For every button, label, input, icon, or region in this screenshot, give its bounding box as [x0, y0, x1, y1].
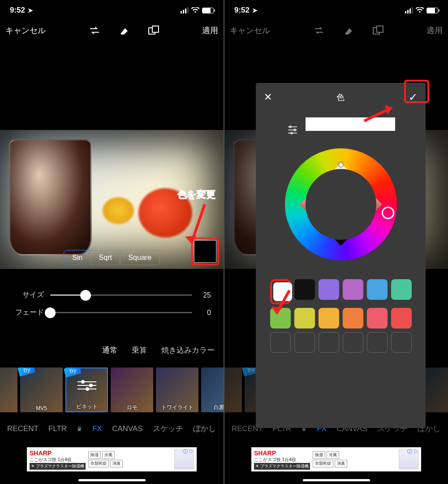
size-value: 25 [198, 291, 211, 299]
color-swatch[interactable] [319, 308, 339, 328]
blend-multiply[interactable]: 乗算 [132, 345, 147, 355]
cat-recent[interactable]: RECENT [7, 424, 39, 433]
cat-blur[interactable]: ぼかし [193, 424, 216, 434]
color-swatch-empty[interactable] [270, 332, 291, 353]
status-bar: 9:52 ➤ [0, 0, 224, 21]
filter-thumb[interactable]: 白黒 ク [201, 367, 224, 412]
color-swatch-empty[interactable] [319, 332, 339, 353]
annotation-frame-confirm [404, 80, 429, 103]
color-swatch[interactable] [343, 308, 363, 328]
filter-thumb[interactable]: TryMV5 [20, 367, 63, 412]
cancel-button[interactable]: キャンセル [230, 25, 270, 36]
nav-bar: キャンセル 適用 [0, 21, 224, 40]
color-swatch[interactable] [367, 308, 388, 328]
filter-thumb[interactable]: ロモ [111, 367, 153, 412]
crown-icon: ♛ [77, 425, 82, 432]
try-badge: Try [64, 367, 82, 377]
color-swatch[interactable] [319, 279, 339, 300]
shape-square[interactable]: Square [120, 250, 160, 265]
screen-right: 9:52 ➤ キャンセル 適用 Try Try RECENTFLTR ♛ FX … [224, 0, 448, 484]
hue-knob[interactable] [382, 207, 394, 219]
annotation-text: 色を変更 [177, 188, 215, 201]
color-swatch[interactable] [294, 308, 315, 328]
cell-signal-icon [181, 7, 189, 13]
cat-fltr[interactable]: FLTR [48, 424, 67, 433]
location-icon: ➤ [252, 7, 258, 14]
cell-signal-icon [405, 7, 413, 13]
annotation-arrow-icon [183, 201, 210, 255]
wifi-icon [191, 7, 199, 13]
eraser-icon [343, 25, 354, 36]
color-swatch-empty[interactable] [367, 332, 388, 353]
ad-banner[interactable]: SHARP ここがスゴ技 1台4役 ☀ プラズマクラスター除湿機 除湿冷風 衣類… [27, 447, 197, 471]
battery-icon [202, 8, 214, 13]
eraser-icon[interactable] [118, 25, 130, 36]
color-swatch[interactable] [367, 279, 388, 300]
filter-thumb-selected[interactable]: Try ビネット [65, 367, 108, 412]
filter-thumb[interactable]: トワイライト [156, 367, 198, 412]
category-row[interactable]: RECENT FLTR ♛ FX CANVAS スケッチ ぼかし [0, 424, 224, 434]
cat-sketch[interactable]: スケッチ [153, 424, 183, 434]
home-indicator [303, 479, 370, 481]
svg-rect-5 [377, 26, 383, 32]
swap-icon [313, 25, 325, 36]
adchoices-icon[interactable]: ⓘ ▷ [183, 448, 194, 455]
color-cursor[interactable] [336, 160, 345, 169]
shape-sqrt[interactable]: Sqrt [90, 250, 121, 265]
color-swatch-empty[interactable] [391, 332, 412, 353]
size-label: サイズ [13, 290, 44, 300]
apply-button[interactable]: 適用 [426, 25, 443, 36]
nav-bar: キャンセル 適用 [224, 21, 448, 40]
panel-title: 色 [336, 92, 345, 103]
annotation-arrow-icon [361, 103, 401, 125]
screen-left: 9:52 ➤ キャンセル 適用 Sin Sqrt Square [0, 0, 224, 484]
wifi-icon [416, 7, 424, 13]
compare-icon[interactable] [148, 25, 159, 36]
filter-thumb-strip[interactable]: V2 TryMV5 Try ビネット ロモ トワイライト 白黒 ク [0, 367, 224, 417]
annotation-arrow-icon [269, 287, 296, 323]
compare-icon [372, 25, 384, 36]
svg-point-9 [289, 125, 292, 128]
saturation-diamond[interactable] [300, 163, 382, 246]
fade-value: 0 [198, 309, 211, 317]
svg-rect-1 [152, 26, 159, 32]
color-swatch[interactable] [391, 308, 412, 328]
svg-point-11 [290, 132, 293, 134]
ad-banner[interactable]: SHARP ここがスゴ技 1台4役 ☀ プラズマクラスター除湿機 除湿冷風 衣類… [251, 447, 421, 471]
fade-slider[interactable] [50, 312, 192, 313]
filter-thumb[interactable]: V2 [0, 367, 17, 412]
color-swatch-empty[interactable] [343, 332, 363, 353]
svg-marker-3 [185, 236, 197, 243]
apply-button[interactable]: 適用 [202, 25, 218, 36]
cat-fx[interactable]: FX [92, 424, 102, 433]
svg-marker-15 [271, 307, 283, 314]
color-swatch-empty[interactable] [294, 332, 315, 353]
blend-colorburn[interactable]: 焼き込みカラー [161, 345, 215, 355]
clock: 9:52 [234, 6, 250, 15]
ad-logo: SHARP [30, 449, 86, 457]
battery-icon [426, 8, 438, 13]
sliders-icon[interactable] [287, 124, 298, 136]
sliders-icon [66, 381, 107, 389]
size-slider[interactable] [50, 294, 192, 296]
sliders-block: サイズ 25 フェード 0 [0, 282, 224, 325]
fade-label: フェード [13, 308, 44, 317]
close-button[interactable]: ✕ [264, 91, 272, 103]
color-swatch[interactable] [343, 279, 363, 300]
status-bar: 9:52 ➤ [224, 0, 448, 21]
shape-segmented[interactable]: Sin Sqrt Square [64, 250, 160, 265]
color-picker-panel: ✕ 色 ✓ [256, 83, 426, 428]
blend-normal[interactable]: 通常 [102, 345, 117, 355]
color-wheel[interactable] [285, 148, 397, 260]
color-swatch[interactable] [294, 279, 315, 300]
svg-point-10 [293, 129, 296, 131]
blend-mode-row: 通常 乗算 焼き込みカラー [102, 345, 215, 355]
shape-sin[interactable]: Sin [64, 250, 91, 265]
color-swatch[interactable] [391, 279, 412, 300]
cat-canvas[interactable]: CANVAS [112, 424, 143, 433]
cancel-button[interactable]: キャンセル [5, 25, 46, 36]
swap-icon[interactable] [89, 25, 100, 36]
location-icon: ➤ [28, 7, 33, 14]
clock: 9:52 [10, 6, 25, 15]
try-badge: Try [17, 367, 35, 376]
